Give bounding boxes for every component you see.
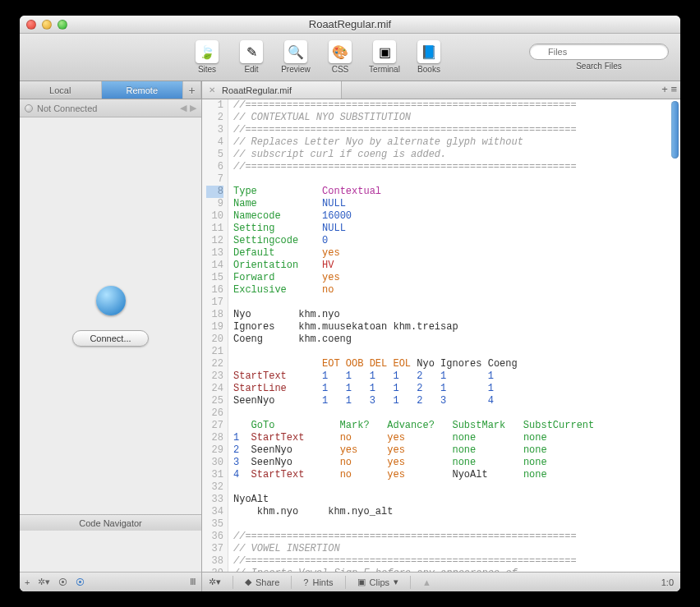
globe-icon xyxy=(96,286,126,315)
editor-bottom-bar: ✲▾ ◆Share ?Hints ▣Clips▾ ▲ 1:0 xyxy=(202,572,680,591)
nav-forward-icon[interactable]: ▶ xyxy=(190,103,196,113)
toolbar-terminal-button[interactable]: ▣Terminal xyxy=(365,40,404,74)
status-dot-icon xyxy=(25,104,33,113)
sidebar-footer: + ✲▾ ⦿ ⦿ Ⅲ xyxy=(20,572,201,591)
books-icon: 📘 xyxy=(417,40,440,63)
tab-add-button[interactable]: + xyxy=(183,81,201,99)
toolbar-books-button[interactable]: 📘Books xyxy=(409,40,449,74)
hints-icon: ? xyxy=(303,577,308,587)
edit-icon: ✎ xyxy=(240,40,263,63)
toolbar-edit-button[interactable]: ✎Edit xyxy=(232,40,271,74)
close-tab-icon[interactable]: ✕ xyxy=(209,85,215,94)
sites-icon: 🍃 xyxy=(196,40,219,63)
line-gutter: 1234567891011121314151617181920212223242… xyxy=(202,99,228,572)
signal-icon[interactable]: ⦿ xyxy=(58,577,67,587)
cursor-position: 1:0 xyxy=(661,577,674,587)
connect-button[interactable]: Connect... xyxy=(72,330,148,347)
nav-back-icon[interactable]: ◀ xyxy=(180,103,187,113)
code-area[interactable]: //======================================… xyxy=(228,99,680,572)
gear-icon[interactable]: ✲▾ xyxy=(38,577,50,587)
clips-button[interactable]: ▣Clips▾ xyxy=(357,577,398,587)
add-icon[interactable]: + xyxy=(25,577,30,587)
app-window: RoaatRegular.mif 🍃Sites✎Edit🔍Preview🎨CSS… xyxy=(20,16,680,591)
share-button[interactable]: ◆Share xyxy=(245,577,279,587)
tab-strip: Local Remote + ✕ RoaatRegular.mif + ≡ xyxy=(20,81,680,99)
window-title: RoaatRegular.mif xyxy=(20,18,680,30)
titlebar: RoaatRegular.mif xyxy=(20,16,680,34)
search-field-wrap xyxy=(529,44,669,60)
tab-local[interactable]: Local xyxy=(20,81,102,99)
share-icon: ◆ xyxy=(245,577,251,587)
preview-icon: 🔍 xyxy=(284,40,307,63)
search-input[interactable] xyxy=(529,44,669,60)
toolbar-preview-button[interactable]: 🔍Preview xyxy=(276,40,315,74)
connection-status: Not Connected xyxy=(37,103,97,113)
clips-icon: ▣ xyxy=(357,577,366,587)
info-icon[interactable]: ⦿ xyxy=(76,577,85,587)
gear-icon[interactable]: ✲▾ xyxy=(209,577,221,587)
sidebar: Not Connected ◀ ▶ Connect... Code Naviga… xyxy=(20,99,202,591)
connection-status-row: Not Connected ◀ ▶ xyxy=(20,99,201,117)
css-icon: 🎨 xyxy=(329,40,352,63)
editor-tab-label: RoaatRegular.mif xyxy=(222,85,292,95)
minimize-icon[interactable] xyxy=(42,20,52,30)
editor-pane: 1234567891011121314151617181920212223242… xyxy=(202,99,680,591)
code-navigator-header[interactable]: Code Navigator xyxy=(20,514,201,531)
close-icon[interactable] xyxy=(26,20,36,30)
toolbar: 🍃Sites✎Edit🔍Preview🎨CSS▣Terminal📘Books S… xyxy=(20,34,680,81)
scrollbar[interactable] xyxy=(671,101,679,159)
warning-icon[interactable]: ▲ xyxy=(422,577,431,587)
toolbar-sites-button[interactable]: 🍃Sites xyxy=(187,40,227,74)
terminal-icon: ▣ xyxy=(373,40,396,63)
search-label: Search Files xyxy=(576,62,622,71)
zoom-icon[interactable] xyxy=(58,20,67,30)
editor-tab[interactable]: ✕ RoaatRegular.mif xyxy=(202,81,342,99)
hints-button[interactable]: ?Hints xyxy=(303,577,333,587)
toolbar-css-button[interactable]: 🎨CSS xyxy=(320,40,360,74)
editor-tab-add-icon[interactable]: + ≡ xyxy=(661,83,677,95)
tab-remote[interactable]: Remote xyxy=(102,81,184,99)
traffic-lights xyxy=(26,20,67,30)
columns-icon[interactable]: Ⅲ xyxy=(190,577,196,587)
